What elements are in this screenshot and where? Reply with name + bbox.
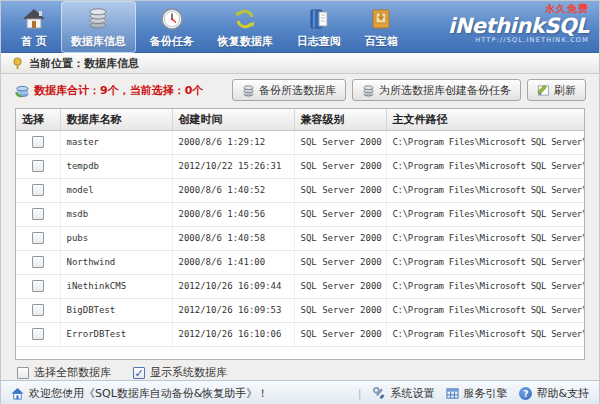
path-cell: C:\Program Files\Microsoft SQL Server\MS…	[386, 226, 584, 250]
row-checkbox[interactable]	[32, 184, 44, 196]
row-checkbox[interactable]	[32, 136, 44, 148]
level-cell: SQL Server 2000	[294, 274, 386, 298]
refresh-label: 刷新	[554, 83, 576, 98]
wrench-icon	[373, 387, 386, 400]
level-cell: SQL Server 2000	[294, 178, 386, 202]
db-name-cell: msdb	[60, 202, 172, 226]
db-name-cell: iNethinkCMS	[60, 274, 172, 298]
breadcrumb: 当前位置：数据库信息	[1, 53, 599, 74]
db-name-cell: Northwind	[60, 250, 172, 274]
database-table: 选择 数据库名称 创建时间 兼容级别 主文件路径 master 2000/8/6…	[15, 108, 585, 360]
db-table-body: master 2000/8/6 1:29:12 SQL Server 2000 …	[16, 130, 584, 346]
db-summary-text: 数据库合计：9个，当前选择：0个	[34, 83, 203, 98]
backup-selected-button[interactable]: 备份所选数据库	[232, 79, 346, 101]
help-support-label: 帮助&支持	[536, 386, 589, 401]
path-cell: C:\Program Files\Microsoft SQL Server\MS…	[386, 202, 584, 226]
help-support-link[interactable]: ? 帮助&支持	[519, 386, 589, 401]
home-small-icon	[11, 387, 24, 400]
header-db-name[interactable]: 数据库名称	[60, 109, 172, 130]
toolbox-icon	[369, 6, 393, 32]
select-all-checkbox[interactable]	[17, 367, 29, 379]
nav-item-log-view[interactable]: 日志查阅	[287, 1, 351, 53]
select-all-label: 选择全部数据库	[34, 365, 111, 380]
show-system-option[interactable]: 显示系统数据库	[133, 365, 227, 380]
select-all-option[interactable]: 选择全部数据库	[17, 365, 111, 380]
table-row[interactable]: msdb 2000/8/6 1:40:56 SQL Server 2000 C:…	[16, 202, 584, 226]
breadcrumb-label: 当前位置：数据库信息	[29, 56, 139, 71]
path-cell: C:\Program Files\Microsoft SQL Server\MS…	[386, 274, 584, 298]
created-cell: 2000/8/6 1:40:58	[172, 226, 294, 250]
created-cell: 2000/8/6 1:29:12	[172, 130, 294, 154]
action-bar: 数据库合计：9个，当前选择：0个 备份所选数据库	[1, 74, 599, 106]
log-book-icon	[307, 6, 331, 32]
service-engine-link[interactable]: 服务引擎	[446, 386, 507, 401]
table-row[interactable]: model 2000/8/6 1:40:52 SQL Server 2000 C…	[16, 178, 584, 202]
db-name-cell: pubs	[60, 226, 172, 250]
table-row[interactable]: tempdb 2012/10/22 15:26:31 SQL Server 20…	[16, 154, 584, 178]
nav-label: 数据库信息	[71, 34, 126, 49]
created-cell: 2000/8/6 1:40:52	[172, 178, 294, 202]
table-row[interactable]: pubs 2000/8/6 1:40:58 SQL Server 2000 C:…	[16, 226, 584, 250]
separator: |	[358, 387, 362, 400]
home-icon	[22, 6, 46, 32]
welcome-text: 欢迎您使用《SQL数据库自动备份&恢复助手》！	[29, 386, 268, 401]
header-select[interactable]: 选择	[16, 109, 60, 130]
created-cell: 2000/8/6 1:40:56	[172, 202, 294, 226]
status-links: | 系统设置	[358, 386, 589, 401]
created-cell: 2012/10/26 16:09:53	[172, 298, 294, 322]
header-created[interactable]: 创建时间	[172, 109, 294, 130]
action-buttons: 备份所选数据库 为所选数据库创建备份任务	[232, 79, 586, 101]
table-row[interactable]: iNethinkCMS 2012/10/26 16:09:44 SQL Serv…	[16, 274, 584, 298]
nav-label: 百宝箱	[365, 34, 398, 49]
level-cell: SQL Server 2000	[294, 154, 386, 178]
help-icon: ?	[519, 387, 532, 400]
nav-label: 备份任务	[150, 34, 194, 49]
header-level[interactable]: 兼容级别	[294, 109, 386, 130]
refresh-button[interactable]: 刷新	[527, 79, 586, 101]
show-system-label: 显示系统数据库	[150, 365, 227, 380]
table-row[interactable]: ErrorDBTest 2012/10/26 16:10:06 SQL Serv…	[16, 322, 584, 346]
top-nav: 首 页 数据库信息	[1, 1, 599, 53]
nav-item-backup-tasks[interactable]: 备份任务	[140, 1, 204, 53]
path-cell: C:\Program Files\Microsoft SQL Server\MS…	[386, 298, 584, 322]
nav-item-toolbox[interactable]: 百宝箱	[355, 1, 408, 53]
restore-arrows-icon	[233, 6, 257, 32]
show-system-checkbox[interactable]	[133, 367, 145, 379]
nav-item-restore-database[interactable]: 恢复数据库	[208, 1, 283, 53]
create-backup-task-label: 为所选数据库创建备份任务	[379, 83, 511, 98]
backup-db-icon	[242, 84, 255, 97]
table-row[interactable]: Northwind 2000/8/6 1:41:00 SQL Server 20…	[16, 250, 584, 274]
refresh-icon	[537, 84, 550, 97]
row-checkbox[interactable]	[32, 304, 44, 316]
path-cell: C:\Program Files\Microsoft SQL Server\MS…	[386, 178, 584, 202]
task-db-icon	[362, 84, 375, 97]
row-checkbox[interactable]	[32, 232, 44, 244]
row-checkbox[interactable]	[32, 256, 44, 268]
grid-icon	[446, 387, 459, 400]
db-name-cell: model	[60, 178, 172, 202]
path-cell: C:\Program Files\Microsoft SQL Server\MS…	[386, 130, 584, 154]
row-checkbox[interactable]	[32, 208, 44, 220]
brand-block: 永久免费 iNethinkSQL HTTP://SQL.INETHINK.COM	[448, 4, 589, 43]
db-summary: 数据库合计：9个，当前选择：0个	[14, 83, 203, 98]
table-row[interactable]: master 2000/8/6 1:29:12 SQL Server 2000 …	[16, 130, 584, 154]
db-name-cell: ErrorDBTest	[60, 322, 172, 346]
level-cell: SQL Server 2000	[294, 226, 386, 250]
level-cell: SQL Server 2000	[294, 130, 386, 154]
row-checkbox[interactable]	[32, 280, 44, 292]
created-cell: 2000/8/6 1:41:00	[172, 250, 294, 274]
create-backup-task-button[interactable]: 为所选数据库创建备份任务	[352, 79, 521, 101]
nav-label: 首 页	[21, 34, 47, 49]
nav-item-home[interactable]: 首 页	[11, 1, 57, 53]
table-row[interactable]: BigDBTest 2012/10/26 16:09:53 SQL Server…	[16, 298, 584, 322]
level-cell: SQL Server 2000	[294, 202, 386, 226]
system-settings-link[interactable]: 系统设置	[373, 386, 434, 401]
nav-item-database-info[interactable]: 数据库信息	[61, 1, 136, 53]
header-path[interactable]: 主文件路径	[386, 109, 584, 130]
nav-label: 日志查阅	[297, 34, 341, 49]
row-checkbox[interactable]	[32, 160, 44, 172]
level-cell: SQL Server 2000	[294, 250, 386, 274]
row-checkbox[interactable]	[32, 328, 44, 340]
footer-options: 选择全部数据库 显示系统数据库	[17, 365, 583, 380]
service-engine-label: 服务引擎	[463, 386, 507, 401]
